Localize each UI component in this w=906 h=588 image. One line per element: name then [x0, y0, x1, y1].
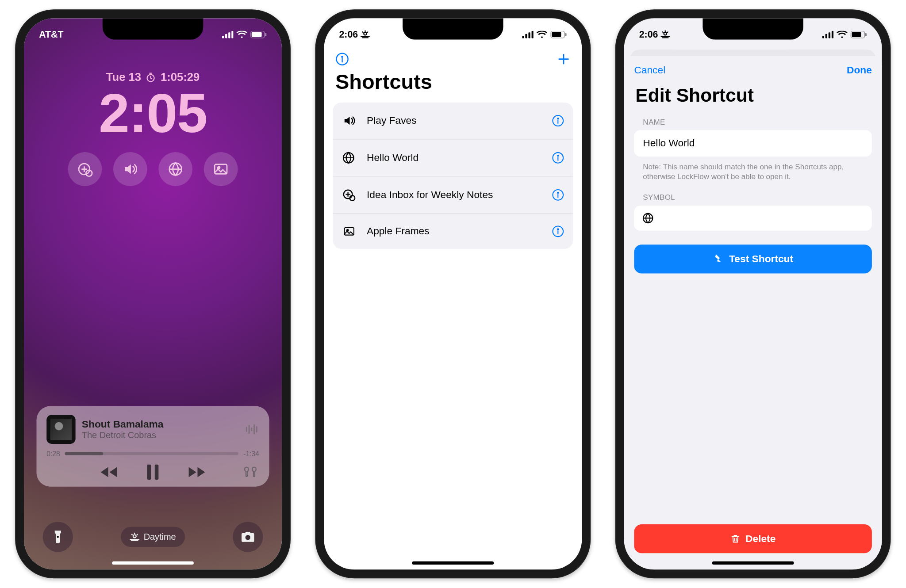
notch: [403, 18, 503, 39]
svg-point-18: [364, 32, 366, 35]
track-artist: The Detroit Cobras: [82, 430, 164, 440]
svg-point-17: [246, 535, 250, 539]
list-item-label: Hello World: [367, 152, 543, 163]
cellular-icon: [822, 31, 834, 38]
home-indicator[interactable]: [412, 561, 494, 564]
album-art: [46, 415, 75, 443]
svg-rect-14: [155, 464, 159, 479]
photo-icon: [342, 225, 358, 237]
horizon-icon: [130, 532, 140, 541]
photo-icon: [213, 160, 229, 177]
list-item[interactable]: Hello World: [333, 139, 573, 176]
globe-icon: [167, 160, 184, 177]
svg-rect-42: [822, 35, 824, 38]
row-info-button[interactable]: [552, 151, 564, 164]
airpods-icon[interactable]: [243, 465, 258, 477]
svg-rect-21: [528, 32, 530, 38]
widget-doc-plus[interactable]: [68, 152, 102, 186]
test-shortcut-label: Test Shortcut: [729, 253, 793, 265]
done-button[interactable]: Done: [847, 65, 872, 76]
info-circle-icon: [552, 225, 564, 237]
svg-rect-25: [565, 33, 567, 36]
home-indicator[interactable]: [112, 561, 194, 564]
battery-icon: [550, 31, 567, 38]
svg-rect-2: [228, 32, 230, 38]
svg-rect-48: [865, 33, 867, 36]
shortcuts-list: Play Faves Hello World Idea Inbox for We: [333, 102, 573, 248]
camera-button[interactable]: [233, 522, 263, 552]
phone-shortcuts-list: 2:06 Shortcuts Play Faves: [315, 9, 591, 578]
focus-pill[interactable]: Daytime: [121, 527, 184, 547]
notch: [103, 18, 203, 39]
row-info-button[interactable]: [552, 114, 564, 126]
svg-rect-44: [829, 32, 830, 38]
now-playing-card[interactable]: Shout Bamalama The Detroit Cobras 0:28 -…: [36, 406, 269, 486]
list-item-label: Idea Inbox for Weekly Notes: [367, 189, 543, 200]
widget-globe[interactable]: [158, 152, 192, 186]
doc-plus-icon: [342, 187, 358, 201]
rewind-button[interactable]: [100, 466, 119, 478]
page-title: Shortcuts: [324, 66, 582, 102]
status-time: 2:06: [339, 29, 358, 39]
name-section-label: NAME: [643, 117, 863, 126]
info-circle-icon: [335, 52, 349, 65]
list-item-label: Apple Frames: [367, 225, 543, 237]
wifi-icon: [837, 31, 847, 38]
battery-icon: [250, 31, 267, 38]
svg-rect-0: [222, 35, 224, 38]
phone-lockscreen: AT&T Tue 13 1:05:29 2:05: [15, 9, 291, 578]
shortcuts-app-icon: [713, 253, 724, 265]
svg-rect-13: [147, 464, 151, 479]
horizon-icon: [660, 30, 670, 38]
svg-rect-5: [252, 32, 262, 37]
battery-icon: [851, 31, 867, 38]
flashlight-button[interactable]: [43, 522, 73, 552]
cancel-button[interactable]: Cancel: [634, 65, 665, 76]
waveform-icon[interactable]: [246, 424, 259, 435]
trash-icon: [730, 533, 741, 544]
row-info-button[interactable]: [552, 225, 564, 237]
test-shortcut-button[interactable]: Test Shortcut: [634, 244, 872, 273]
notch: [703, 18, 803, 39]
list-item-label: Play Faves: [367, 115, 543, 126]
svg-point-27: [342, 56, 343, 57]
phone-edit-shortcut: 2:06 Cancel Done Edit Shortcut NAME Hell…: [615, 9, 891, 578]
forward-button[interactable]: [188, 466, 207, 478]
pause-button[interactable]: [146, 464, 160, 480]
svg-rect-3: [231, 31, 233, 38]
progress-bar[interactable]: [65, 452, 238, 455]
info-circle-icon: [552, 188, 564, 201]
name-field[interactable]: Hello World: [634, 130, 872, 157]
wifi-icon: [537, 31, 547, 38]
add-button[interactable]: [557, 52, 570, 65]
flashlight-icon: [52, 529, 64, 544]
svg-point-40: [557, 229, 558, 229]
list-item[interactable]: Apple Frames: [333, 214, 573, 249]
widget-speaker[interactable]: [113, 152, 147, 186]
svg-rect-43: [825, 34, 827, 38]
delete-button[interactable]: Delete: [634, 524, 872, 553]
cellular-icon: [222, 31, 234, 38]
speaker-wave-icon: [122, 160, 138, 177]
camera-icon: [240, 530, 255, 542]
list-item[interactable]: Idea Inbox for Weekly Notes: [333, 176, 573, 214]
info-button[interactable]: [335, 52, 349, 65]
svg-point-32: [557, 155, 558, 156]
globe-icon: [641, 212, 654, 224]
svg-point-36: [557, 192, 558, 193]
svg-rect-1: [225, 34, 227, 38]
symbol-field[interactable]: [634, 206, 872, 231]
svg-rect-22: [532, 31, 534, 38]
home-indicator[interactable]: [712, 561, 794, 564]
plus-icon: [557, 52, 570, 65]
widget-photo[interactable]: [204, 152, 238, 186]
list-item[interactable]: Play Faves: [333, 102, 573, 139]
svg-point-29: [557, 118, 558, 118]
status-carrier: AT&T: [39, 29, 63, 39]
lockscreen-time: 2:05: [24, 85, 282, 141]
svg-rect-19: [522, 35, 524, 38]
remaining-time: -1:34: [243, 450, 259, 457]
row-info-button[interactable]: [552, 188, 564, 201]
svg-rect-20: [525, 34, 527, 38]
elapsed-time: 0:28: [46, 450, 60, 457]
